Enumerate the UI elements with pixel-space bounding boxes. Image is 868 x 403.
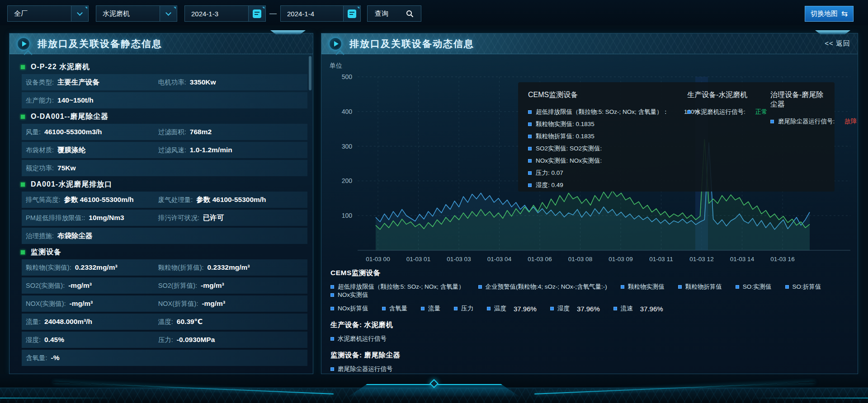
info-pair: 设备类型:主要生产设备 [26,78,158,87]
legend-item[interactable]: NOx实测值 [330,291,368,299]
legend-item[interactable]: 企业预警值(颗粒物:4; sOz-; NOx-;含氧气量:-) [478,283,607,291]
info-pair: NOX(实测值):-mg/m³ [26,300,158,308]
footer-edge-line [0,398,118,398]
legend-bullet-icon [528,171,532,175]
switch-map-button[interactable]: 切换地图 ⇆ [805,6,854,22]
section-header: O-DA001--磨尾除尘器 [20,110,307,123]
legend-bullet-icon [770,120,774,123]
legend-bullet-icon [785,285,789,289]
info-value: 1.0-1.2m/min [190,146,232,154]
chevron-down-icon [165,10,171,16]
top-toolbar: 全厂 水泥磨机 2024-1-3 — 2024-1-4 查询 切换地图 ⇆ [0,0,868,25]
legend-item[interactable]: 流速37.96% [613,305,663,313]
tooltip-item-label: 压力: 0.07 [536,167,563,179]
legend-item[interactable]: 磨尾除尘器运行信号 [330,365,393,373]
section-bullet-icon [20,182,25,187]
query-button-label: 查询 [375,9,388,18]
tooltip-item: 超低排放限值（颗拉物:5: SOz-; NOx; 含氧量）：100% [528,106,687,118]
info-value: -mg/m³ [202,300,225,308]
info-pair: 含氧量:-% [26,354,59,362]
x-axis-tick: 01-03 09 [609,256,632,262]
x-axis-tick: 01-03 16 [770,256,794,262]
info-label: NOX(实测值): [26,300,66,308]
info-label: 风量: [26,128,41,136]
legend-item[interactable]: SO:实测值 [736,283,772,291]
info-label: 电机功率: [158,78,186,87]
query-button[interactable]: 查询 [367,5,421,22]
switch-map-label: 切换地图 [811,9,838,18]
start-date-calendar-box[interactable] [248,6,265,21]
info-pair: SO2(实测值):-mg/m³ [26,281,158,290]
info-row: PM超低排排放限值::10mg/Nm3排污许可状况:已许可 [22,210,307,226]
legend-bullet-icon [621,285,624,289]
legend-item[interactable]: 颗粒物实测值 [621,283,665,291]
start-date-value: 2024-1-3 [185,10,248,18]
start-date-input[interactable]: 2024-1-3 [184,5,266,22]
info-value: 参数 46100-55300m/h [64,195,134,205]
legend-item[interactable]: 水泥磨机运行信号 [330,335,387,343]
y-axis-tick: 300 [342,143,353,150]
info-pair: 湿度:0.45% [26,336,158,344]
tooltip-production-title: 生产设备-水泥磨机 [687,90,770,100]
section-header: DA001-水泥磨尾排放口 [20,178,307,191]
info-label: 流量: [26,318,41,326]
plant-select-chevron-box[interactable] [71,6,88,21]
plant-select[interactable]: 全厂 [7,5,89,22]
swap-arrows-icon: ⇆ [841,9,848,19]
legend-monitor-heading: 监测设备: 磨尾除尘器 [330,351,850,360]
legend-item-label: 温度 [494,305,506,313]
legend-item[interactable]: 湿度37.96% [550,305,600,313]
info-label: 排污许可状况: [158,214,199,222]
tooltip-cems-title: CEMS监测设备 [528,90,687,100]
legend-item-label: 颗粒物实测值 [628,283,665,291]
info-value: 10mg/Nm3 [89,214,124,222]
x-axis-tick: 01-03 06 [528,256,552,262]
legend-item-label: SO:折算值 [793,283,821,291]
tooltip-item-label: SO2实测值: SO2实测值: [536,142,602,155]
legend-item[interactable]: 含氧量 [382,305,408,313]
info-value: 布袋除尘器 [57,231,93,241]
legend-row: 磨尾除尘器运行信号 [330,365,850,373]
back-link[interactable]: << 返回 [825,39,850,48]
section-bullet-icon [20,65,25,70]
legend-item[interactable]: 流量 [421,305,440,313]
info-label: 额定功率: [26,164,54,173]
tooltip-treatment-title: 治理设备-磨尾除尘器 [770,90,825,109]
footer-edge-line [750,398,868,398]
device-select[interactable]: 水泥磨机 [96,5,177,22]
legend-item[interactable]: 压力 [454,305,473,313]
y-axis-unit-label: 单位 [330,62,342,69]
legend-bullet-icon [687,110,691,114]
status-badge: 正常 [755,106,768,118]
info-label: 压力: [158,336,173,344]
legend-bullet-icon [736,285,739,289]
info-label: 颗粒物(实测值): [26,263,71,272]
end-date-calendar-box[interactable] [343,6,360,21]
info-row: SO2(实测值):-mg/m³SO2(折算值):-mg/m³ [22,277,307,294]
legend-item[interactable]: 颗粒物折算值 [678,283,722,291]
info-value: 768m2 [190,128,212,136]
info-row: 颗粒物(实测值):0.2332mg/m³颗粒物(折算值):0.2332mg/m³ [22,259,307,276]
info-pair: 过滤风速:1.0-1.2m/min [158,146,232,155]
info-pair: PM超低排排放限值::10mg/Nm3 [26,214,158,222]
info-pair: 颗粒物(折算值):0.2332mg/m³ [158,263,250,272]
legend-item-label: 含氧量 [389,305,408,313]
legend-item[interactable]: NOx折算值 [330,305,368,313]
legend-item-label: 压力 [461,305,473,313]
info-value: 0.2332mg/m³ [75,263,118,272]
end-date-input[interactable]: 2024-1-4 [280,5,361,22]
legend-item[interactable]: 温度37.96% [487,305,537,313]
device-select-chevron-box[interactable] [160,6,177,21]
section-header-label: O-P-22 水泥磨机 [31,62,90,72]
info-label: 设备类型: [26,78,54,87]
legend-bullet-icon [678,285,682,289]
y-axis-tick: 400 [342,108,353,115]
y-axis-tick: 200 [342,177,353,184]
status-badge: 故障 [844,115,857,127]
legend-item[interactable]: SO:折算值 [785,283,821,291]
info-label: SO2(实测值): [26,281,65,290]
scrollbar-thumb[interactable] [309,56,311,90]
legend-bullet-icon [528,147,532,150]
legend-item[interactable]: 超低排放限值（颗拉物:5: SOz-; NOx; 含氧量） [330,283,465,291]
legend-bullet-icon [528,110,532,114]
